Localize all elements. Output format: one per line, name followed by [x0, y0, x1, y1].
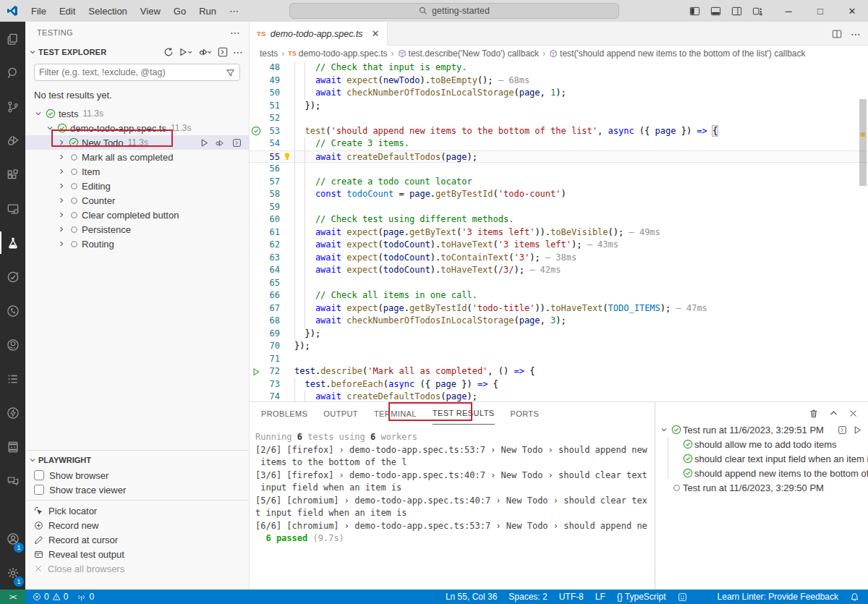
result-test-run-at-11-6-2023-3-29-51-[interactable]: Test run at 11/6/2023, 3:29:51 PM [655, 422, 868, 437]
notifications-bell-icon[interactable] [850, 592, 859, 602]
sidebar-more-icon[interactable]: ⋯ [230, 27, 240, 38]
test-explorer-more-icon[interactable]: ⋯ [233, 46, 243, 58]
twist-icon[interactable] [44, 124, 56, 132]
status--typescript[interactable]: {} TypeScript [617, 590, 666, 604]
activity-source-control[interactable] [0, 90, 25, 124]
close-button[interactable]: ✕ [836, 0, 868, 22]
activity-lightning[interactable] [0, 396, 25, 430]
test-item-mark-all-as-completed[interactable]: Mark all as completed [25, 150, 249, 164]
activity-gear[interactable]: 1 [0, 556, 25, 590]
breadcrumb-item[interactable]: test.describe('New Todo') callback [409, 48, 539, 59]
twist-icon[interactable] [56, 167, 67, 176]
result-should-allow-me-to-add-todo-it[interactable]: should allow me to add todo items [655, 437, 868, 451]
checkbox-icon[interactable] [34, 470, 44, 480]
code-line-58[interactable]: 58const todoCount = page.getByTestId('to… [250, 188, 868, 201]
chevron-down-icon[interactable] [28, 456, 37, 464]
editor-scrollbar[interactable] [859, 99, 867, 186]
test-item-tests[interactable]: tests 11.3s [25, 106, 249, 121]
code-line-57[interactable]: 57// create a todo count locator [250, 176, 868, 189]
checkbox-show-trace-viewer[interactable]: Show trace viewer [25, 482, 250, 497]
menu-more[interactable]: ⋯ [223, 0, 245, 22]
run-icon[interactable] [200, 138, 209, 148]
code-line-59[interactable]: 59 [250, 201, 868, 214]
playwright-pick-locator[interactable]: Pick locator [25, 503, 250, 518]
status-spaces-2[interactable]: Spaces: 2 [509, 590, 547, 604]
panel-tab-problems[interactable]: PROBLEMS [261, 402, 307, 425]
code-line-51[interactable]: 51}); [250, 100, 868, 113]
activity-run-debug[interactable] [0, 124, 25, 158]
code-line-52[interactable]: 52 [250, 112, 868, 125]
refresh-tests-icon[interactable] [163, 47, 174, 57]
breadcrumb-item[interactable]: tests [260, 48, 278, 59]
result-test-run-at-11-6-2023-3-29-50-[interactable]: Test run at 11/6/2023, 3:29:50 PM [655, 480, 868, 495]
playwright-reveal-test-output[interactable]: Reveal test output [25, 547, 250, 561]
menu-selection[interactable]: Selection [82, 0, 133, 22]
maximize-button[interactable]: □ [804, 0, 836, 22]
code-line-74[interactable]: 74await createDefaultTodos(page); [250, 391, 868, 401]
breadcrumb-item[interactable]: test('should append new items to the bot… [560, 48, 805, 59]
status-learn-linter-provide[interactable]: Learn Linter: Provide Feedback [718, 590, 838, 604]
checkbox-show-browser[interactable]: Show browser [25, 468, 250, 482]
tab-demo-todo-app[interactable]: TS demo-todo-app.spec.ts ✕ [250, 22, 388, 46]
panel-tab-ports[interactable]: PORTS [511, 402, 540, 425]
twist-icon[interactable] [56, 182, 67, 190]
result-should-append-new-items-to-the[interactable]: should append new items to the bottom of… [655, 466, 868, 480]
toggle-secondary-sidebar-icon[interactable] [731, 6, 742, 17]
filter-icon[interactable] [226, 68, 235, 77]
code-line-65[interactable]: 65 [250, 277, 868, 290]
panel-tab-output[interactable]: OUTPUT [323, 402, 358, 425]
code-line-61[interactable]: 61await expect(page.getByText('3 items l… [250, 226, 868, 239]
status-ln-55-col-36[interactable]: Ln 55, Col 36 [446, 590, 497, 604]
test-item-clear-completed-button[interactable]: Clear completed button [25, 208, 249, 222]
goto-icon[interactable] [232, 138, 242, 148]
code-line-68[interactable]: 68await checkNumberOfTodosInLocalStorage… [250, 315, 868, 328]
run-tests-icon[interactable] [179, 47, 193, 57]
activity-robot[interactable] [0, 430, 25, 464]
twist-icon[interactable] [56, 196, 67, 205]
code-line-66[interactable]: 66// Check all items in one call. [250, 289, 868, 302]
twist-icon[interactable] [56, 153, 67, 161]
linter-icon[interactable] [678, 592, 687, 602]
code-line-69[interactable]: 69}); [250, 328, 868, 341]
minimize-button[interactable]: ─ [773, 0, 804, 22]
close-tab-icon[interactable]: ✕ [372, 28, 380, 39]
test-item-demo-todo-app-spec-ts[interactable]: demo-todo-app.spec.ts 11.3s [25, 121, 249, 135]
code-line-67[interactable]: 67await expect(page.getByTestId('todo-ti… [250, 302, 868, 315]
open-test-view-icon[interactable] [218, 47, 228, 57]
menu-file[interactable]: File [25, 0, 53, 22]
playwright-record-at-cursor[interactable]: Record at cursor [25, 532, 250, 547]
activity-github[interactable] [0, 328, 25, 362]
menu-view[interactable]: View [134, 0, 167, 22]
menu-edit[interactable]: Edit [53, 0, 82, 22]
test-results-output[interactable]: Running 6 tests using 6 workers[2/6] [fi… [255, 431, 652, 545]
test-item-persistence[interactable]: Persistence [25, 222, 249, 237]
activity-remote-explorer[interactable] [0, 192, 25, 226]
chevron-down-icon[interactable] [28, 48, 37, 56]
run-test-icon[interactable] [252, 367, 260, 376]
code-line-73[interactable]: 73test.beforeEach(async ({ page }) => { [250, 378, 868, 391]
code-line-62[interactable]: 62await expect(todoCount).toHaveText('3 … [250, 239, 868, 252]
twist-icon[interactable] [56, 239, 67, 248]
activity-extensions[interactable] [0, 158, 25, 192]
activity-testing-beaker[interactable] [0, 226, 25, 260]
code-line-63[interactable]: 63await expect(todoCount).toContainText(… [250, 252, 868, 265]
panel-tab-test-results[interactable]: TEST RESULTS [433, 402, 495, 425]
activity-account[interactable]: 1 [0, 522, 25, 556]
panel-tab-terminal[interactable]: TERMINAL [374, 402, 417, 425]
twist-icon[interactable] [658, 425, 670, 434]
test-item-editing[interactable]: Editing [25, 179, 249, 193]
customize-layout-icon[interactable] [752, 6, 763, 17]
status-utf-8[interactable]: UTF-8 [559, 590, 584, 604]
command-center-search[interactable]: getting-started [289, 3, 619, 19]
code-line-70[interactable]: 70}); [250, 340, 868, 353]
twist-icon[interactable] [56, 225, 67, 234]
menu-go[interactable]: Go [167, 0, 192, 22]
checkbox-icon[interactable] [34, 485, 44, 495]
ports-status[interactable]: 0 [77, 590, 94, 604]
code-line-50[interactable]: 50await checkNumberOfTodosInLocalStorage… [250, 87, 868, 100]
playwright-close-all-browsers[interactable]: Close all browsers [25, 561, 250, 576]
split-editor-icon[interactable] [832, 29, 842, 39]
toggle-panel-icon[interactable] [710, 6, 721, 17]
code-line-56[interactable]: 56 [250, 163, 868, 176]
remote-indicator[interactable]: >< [0, 590, 25, 604]
